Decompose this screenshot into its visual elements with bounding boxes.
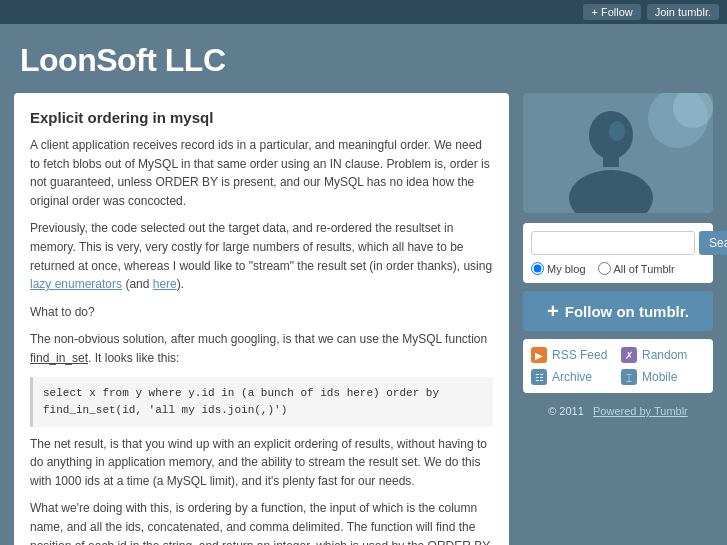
follow-topbar-button[interactable]: + Follow	[583, 4, 640, 20]
archive-label: Archive	[552, 370, 592, 384]
lazy-enumerators-link[interactable]: lazy enumerators	[30, 277, 122, 291]
avatar-image	[523, 93, 713, 213]
rss-icon: ▶	[531, 347, 547, 363]
here-link[interactable]: here	[153, 277, 177, 291]
mobile-icon: ⌶	[621, 369, 637, 385]
myblog-label: My blog	[547, 263, 586, 275]
random-link[interactable]: ✗ Random	[621, 347, 705, 363]
alltumblr-radio[interactable]	[598, 262, 611, 275]
follow-plus-icon: +	[547, 301, 559, 321]
site-title: LoonSoft LLC	[20, 42, 707, 79]
post-para-3: What to do?	[30, 303, 493, 322]
post-para-6: What we're doing with this, is ordering …	[30, 499, 493, 545]
code-block: select x from y where y.id in (a bunch o…	[30, 377, 493, 427]
follow-label: Follow on tumblr.	[565, 303, 689, 320]
post-title: Explicit ordering in mysql	[30, 109, 493, 126]
post-para-2: Previously, the code selected out the ta…	[30, 219, 493, 293]
mobile-link[interactable]: ⌶ Mobile	[621, 369, 705, 385]
search-box: Search My blog All of Tumblr	[523, 223, 713, 283]
random-label: Random	[642, 348, 687, 362]
follow-button[interactable]: + Follow on tumblr.	[523, 291, 713, 331]
search-row: Search	[531, 231, 705, 255]
post-body: A client application receives record ids…	[30, 136, 493, 545]
sidebar-footer: © 2011 Powered by Tumblr	[523, 401, 713, 421]
top-bar: + Follow Join tumblr.	[0, 0, 727, 24]
sidebar: Search My blog All of Tumblr + Follow on…	[523, 93, 713, 545]
random-icon: ✗	[621, 347, 637, 363]
post-para-1: A client application receives record ids…	[30, 136, 493, 210]
search-button[interactable]: Search	[699, 231, 727, 255]
myblog-radio-label[interactable]: My blog	[531, 262, 586, 275]
avatar-box	[523, 93, 713, 213]
myblog-radio[interactable]	[531, 262, 544, 275]
search-radio-row: My blog All of Tumblr	[531, 262, 705, 275]
post-para-5: The net result, is that you wind up with…	[30, 435, 493, 491]
post-para-4: The non-obvious solution, after much goo…	[30, 330, 493, 367]
rss-feed-label: RSS Feed	[552, 348, 607, 362]
archive-icon: ☷	[531, 369, 547, 385]
archive-link[interactable]: ☷ Archive	[531, 369, 615, 385]
mobile-label: Mobile	[642, 370, 677, 384]
svg-rect-4	[603, 155, 619, 167]
links-grid: ▶ RSS Feed ✗ Random ☷ Archive ⌶ Mobile	[523, 339, 713, 393]
content-area: Explicit ordering in mysql A client appl…	[14, 93, 509, 545]
alltumblr-label: All of Tumblr	[614, 263, 675, 275]
svg-point-6	[609, 121, 625, 141]
main-container: Explicit ordering in mysql A client appl…	[0, 93, 727, 545]
powered-by-link[interactable]: Powered by Tumblr	[593, 405, 688, 417]
copyright-text: © 2011	[548, 405, 584, 417]
rss-feed-link[interactable]: ▶ RSS Feed	[531, 347, 615, 363]
alltumblr-radio-label[interactable]: All of Tumblr	[598, 262, 675, 275]
site-title-bar: LoonSoft LLC	[0, 24, 727, 93]
search-input[interactable]	[531, 231, 695, 255]
join-topbar-button[interactable]: Join tumblr.	[647, 4, 719, 20]
